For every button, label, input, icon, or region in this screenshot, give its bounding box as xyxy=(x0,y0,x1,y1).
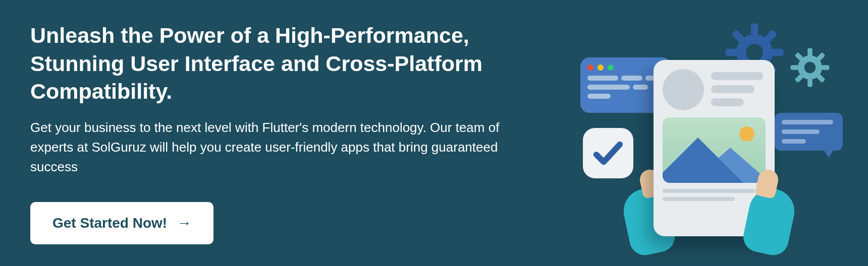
hero-content: Unleash the Power of a High-Performance,… xyxy=(30,22,510,245)
checkmark-icon xyxy=(583,128,633,178)
svg-point-19 xyxy=(804,62,816,73)
svg-rect-3 xyxy=(725,49,737,56)
svg-rect-4 xyxy=(772,49,784,56)
svg-rect-13 xyxy=(791,65,799,70)
svg-rect-14 xyxy=(821,65,829,70)
traffic-light-dots xyxy=(587,64,664,71)
svg-rect-1 xyxy=(751,23,758,35)
avatar-placeholder-icon xyxy=(663,69,704,110)
hero-illustration xyxy=(575,12,848,254)
hero-heading: Unleash the Power of a High-Performance,… xyxy=(30,22,510,106)
gear-icon xyxy=(790,47,830,88)
arrow-right-icon: → xyxy=(177,215,191,231)
hero-subheading: Get your business to the next level with… xyxy=(30,118,510,177)
svg-rect-12 xyxy=(807,79,812,87)
image-placeholder-icon xyxy=(663,117,766,183)
get-started-button[interactable]: Get Started Now! → xyxy=(30,202,213,244)
svg-rect-11 xyxy=(807,48,812,56)
svg-point-9 xyxy=(746,44,763,61)
chat-bubble-icon xyxy=(775,113,843,151)
cta-label: Get Started Now! xyxy=(52,215,167,231)
